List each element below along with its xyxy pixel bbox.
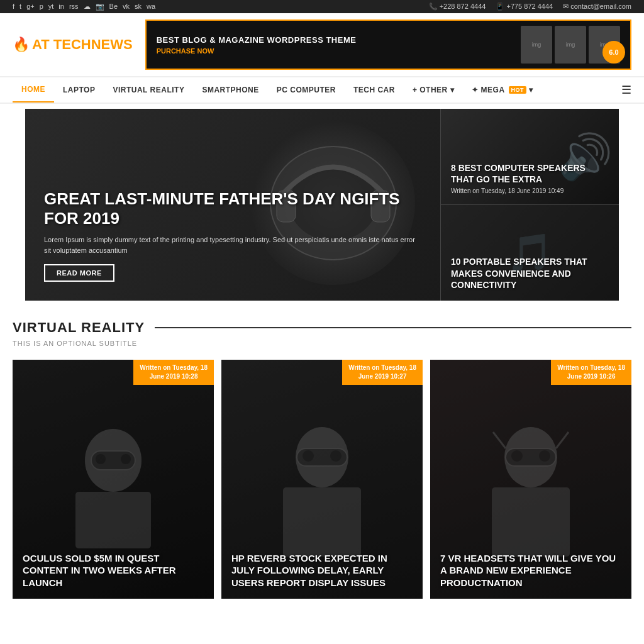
social-behance[interactable]: Be [109,3,118,11]
svg-point-12 [303,450,314,462]
social-twitter[interactable]: t [19,3,21,11]
social-gplus[interactable]: g+ [26,3,35,11]
hero-side-card-2-content: 10 PORTABLE SPEAKERS THAT MAKES CONVENIE… [441,246,619,301]
svg-point-7 [96,454,106,464]
social-rss[interactable]: rss [69,3,79,11]
article-card-3-date: Written on Tuesday, 18June 2019 10:26 [551,360,631,385]
phone-secondary: 📱 +775 872 4444 [496,3,553,11]
hero-main-card[interactable]: GREAT LAST-MINUTE FATHER'S DAY NGIFTS FO… [25,109,440,301]
hero-side-card-speakers[interactable]: 🔊 8 BEST COMPUTER SPEAKERS THAT GO THE E… [440,109,619,205]
social-whatsapp[interactable]: wa [147,3,155,11]
article-card-1-title: OCULUS SOLD $5M IN QUEST CONTENT IN TWO … [23,552,204,589]
banner-img-1: img [521,26,552,64]
phone-primary: 📞 +228 872 4444 [429,3,486,11]
contact-info: 📞 +228 872 4444 📱 +775 872 4444 ✉ contac… [429,3,631,11]
nav-laptop[interactable]: LAPTOP [54,78,104,102]
social-youtube[interactable]: yt [48,3,54,11]
nav-pc-computer[interactable]: PC COMPUTER [268,78,345,102]
main-nav: HOME LAPTOP VIRTUAL REALITY SMARTPHONE P… [0,76,644,104]
social-pinterest[interactable]: p [40,3,43,11]
hero-side-card-1-title: 8 BEST COMPUTER SPEAKERS THAT GO THE EXT… [451,162,609,185]
hero-content: GREAT LAST-MINUTE FATHER'S DAY NGIFTS FO… [25,170,440,301]
article-card-2-date: Written on Tuesday, 18June 2019 10:27 [342,360,423,385]
hero-read-more-button[interactable]: READ MORE [44,264,114,282]
hero-excerpt: Lorem Ipsum is simply dummy text of the … [44,235,421,255]
social-facebook[interactable]: f [13,3,14,11]
logo-icon: 🔥 [13,36,30,53]
svg-line-20 [556,432,569,448]
social-instagram[interactable]: 📷 [96,3,104,11]
version-badge: 6.0 [602,41,625,64]
banner-ad-content: BEST BLOG & MAGAZINE WORDPRESS THEME PUR… [157,35,513,55]
article-card-3-content: 7 VR HEADSETS THAT WILL GIVE YOU A BRAND… [430,542,631,599]
svg-point-18 [539,450,550,462]
social-cloud[interactable]: ☁ [84,3,91,11]
article-card-1-content: OCULUS SOLD $5M IN QUEST CONTENT IN TWO … [13,542,214,599]
nav-mega[interactable]: ✦ MEGA HOT ▾ [463,78,542,102]
svg-point-13 [330,450,341,462]
header: 🔥 AT TECHNEWS BEST BLOG & MAGAZINE WORDP… [0,13,644,76]
article-card-hp[interactable]: Written on Tuesday, 18June 2019 10:27 HP… [221,360,423,599]
purchase-link[interactable]: PURCHASE NOW [157,47,513,55]
hamburger-menu[interactable]: ☰ [621,83,631,97]
hot-badge: HOT [509,86,527,94]
logo-text: AT TECHNEWS [32,36,133,53]
hero-side-card-portable[interactable]: 🎵 10 PORTABLE SPEAKERS THAT MAKES CONVEN… [440,205,619,301]
article-card-2-content: HP REVERB STOCK EXPECTED IN JULY FOLLOWI… [221,542,423,599]
nav-other[interactable]: + OTHER ▾ [404,78,463,102]
hero-title: GREAT LAST-MINUTE FATHER'S DAY NGIFTS FO… [44,189,421,228]
article-card-oculus[interactable]: Written on Tuesday, 18June 2019 10:28 OC… [13,360,214,599]
nav-tech-car[interactable]: TECH CAR [345,78,404,102]
svg-line-19 [493,432,506,448]
social-vk[interactable]: vk [123,3,130,11]
nav-smartphone[interactable]: SMARTPHONE [193,78,267,102]
hero-container: GREAT LAST-MINUTE FATHER'S DAY NGIFTS FO… [25,109,619,301]
vr-section-title: VIRTUAL REALITY [13,319,145,336]
banner-ad[interactable]: BEST BLOG & MAGAZINE WORDPRESS THEME PUR… [145,19,631,70]
email-contact: ✉ contact@email.com [563,3,631,11]
hero-side-card-1-date: Written on Tuesday, 18 June 2019 10:49 [451,187,609,194]
mega-icon: ✦ [472,86,479,94]
article-card-2-title: HP REVERB STOCK EXPECTED IN JULY FOLLOWI… [231,552,413,589]
hero-section: GREAT LAST-MINUTE FATHER'S DAY NGIFTS FO… [0,109,644,301]
logo[interactable]: 🔥 AT TECHNEWS [13,36,133,53]
vr-section-subtitle: THIS IS AN OPTIONAL SUBTITLE [0,340,644,360]
hero-side-card-1-content: 8 BEST COMPUTER SPEAKERS THAT GO THE EXT… [441,152,619,204]
social-links[interactable]: f t g+ p yt in rss ☁ 📷 Be vk sk wa [13,3,155,11]
vr-section-header: VIRTUAL REALITY [0,301,644,340]
article-card-vr7[interactable]: Written on Tuesday, 18June 2019 10:26 7 … [430,360,631,599]
svg-point-8 [121,454,131,464]
banner-img-2: img [555,26,586,64]
nav-virtual-reality[interactable]: VIRTUAL REALITY [104,78,193,102]
hero-side-card-2-title: 10 PORTABLE SPEAKERS THAT MAKES CONVENIE… [451,256,609,291]
top-bar: f t g+ p yt in rss ☁ 📷 Be vk sk wa 📞 +22… [0,0,644,13]
section-divider [155,327,631,328]
social-skype[interactable]: sk [135,3,142,11]
nav-home[interactable]: HOME [13,77,54,103]
svg-point-17 [511,450,523,462]
article-card-1-date: Written on Tuesday, 18June 2019 10:28 [133,360,214,385]
svg-rect-5 [75,492,151,548]
vr-articles-grid: Written on Tuesday, 18June 2019 10:28 OC… [0,360,644,599]
banner-title: BEST BLOG & MAGAZINE WORDPRESS THEME [157,35,513,45]
social-linkedin[interactable]: in [58,3,64,11]
article-card-3-title: 7 VR HEADSETS THAT WILL GIVE YOU A BRAND… [440,552,621,589]
hero-side-cards: 🔊 8 BEST COMPUTER SPEAKERS THAT GO THE E… [440,109,619,301]
